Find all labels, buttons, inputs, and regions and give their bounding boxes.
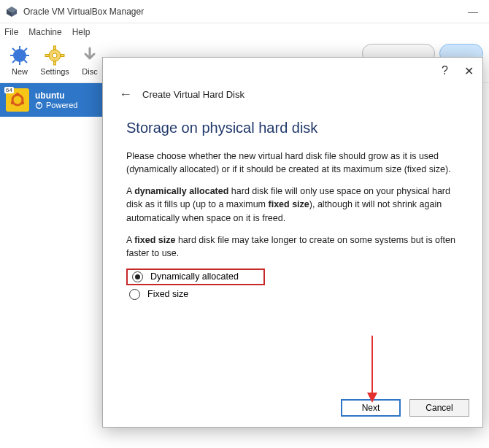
svg-line-11 bbox=[12, 60, 15, 63]
menu-bar: File Machine Help bbox=[0, 23, 489, 41]
next-button[interactable]: Next bbox=[341, 399, 401, 417]
toolbar-new-label: New bbox=[12, 67, 28, 76]
storage-type-group: Dynamically allocated Fixed size bbox=[126, 269, 459, 304]
svg-point-19 bbox=[16, 93, 19, 96]
dialog-header: ← Create Virtual Hard Disk bbox=[103, 84, 482, 112]
svg-point-13 bbox=[53, 53, 57, 58]
virtualbox-icon bbox=[6, 6, 18, 18]
dialog-title: Create Virtual Hard Disk bbox=[142, 89, 244, 100]
dialog-help-button[interactable]: ? bbox=[442, 64, 448, 77]
svg-line-8 bbox=[12, 48, 15, 51]
svg-point-21 bbox=[21, 101, 24, 104]
vm-os-icon: 64 bbox=[6, 88, 29, 112]
create-disk-dialog: ? ✕ ← Create Virtual Hard Disk Storage o… bbox=[102, 57, 483, 428]
toolbar-settings-label: Settings bbox=[40, 67, 69, 76]
menu-help[interactable]: Help bbox=[72, 27, 91, 37]
dialog-paragraph-1: Please choose whether the new virtual ha… bbox=[126, 150, 459, 176]
svg-point-20 bbox=[11, 101, 14, 104]
minimize-button[interactable]: — bbox=[463, 6, 483, 18]
toolbar-settings[interactable]: Settings bbox=[38, 44, 72, 76]
dialog-paragraph-2: A dynamically allocated hard disk file w… bbox=[126, 185, 459, 224]
vm-state: Powered bbox=[35, 101, 77, 109]
toolbar-new[interactable]: New bbox=[3, 44, 36, 76]
svg-rect-17 bbox=[61, 55, 64, 57]
dialog-titlebar: ? ✕ bbox=[103, 58, 482, 84]
svg-line-10 bbox=[24, 48, 27, 51]
toolbar-discard-label: Disc bbox=[82, 67, 97, 76]
radio-icon bbox=[129, 289, 140, 300]
svg-line-9 bbox=[24, 60, 27, 63]
power-icon bbox=[35, 101, 43, 109]
menu-file[interactable]: File bbox=[4, 27, 18, 37]
svg-rect-16 bbox=[45, 55, 49, 57]
gear-icon bbox=[45, 45, 65, 66]
dialog-heading: Storage on physical hard disk bbox=[126, 120, 459, 136]
radio-fixed-label: Fixed size bbox=[147, 289, 188, 299]
vm-name: ubuntu bbox=[35, 90, 77, 101]
starburst-icon bbox=[9, 45, 30, 66]
radio-dynamic-label: Dynamically allocated bbox=[150, 271, 239, 282]
radio-fixed[interactable]: Fixed size bbox=[126, 285, 459, 304]
vm-arch-badge: 64 bbox=[4, 87, 14, 93]
svg-point-18 bbox=[12, 95, 23, 105]
svg-rect-14 bbox=[54, 46, 56, 50]
radio-dynamic[interactable]: Dynamically allocated bbox=[126, 269, 265, 285]
dialog-close-button[interactable]: ✕ bbox=[464, 64, 474, 78]
radio-icon bbox=[132, 271, 143, 282]
window-title: Oracle VM VirtualBox Manager bbox=[23, 7, 463, 17]
dialog-body: Storage on physical hard disk Please cho… bbox=[103, 112, 482, 389]
window-titlebar: Oracle VM VirtualBox Manager — bbox=[0, 0, 489, 23]
cancel-button[interactable]: Cancel bbox=[409, 399, 469, 417]
menu-machine[interactable]: Machine bbox=[28, 27, 61, 37]
discard-icon bbox=[80, 45, 100, 66]
dialog-paragraph-3: A fixed size hard disk file may take lon… bbox=[126, 233, 459, 260]
svg-rect-15 bbox=[54, 61, 56, 65]
dialog-footer: Next Cancel bbox=[103, 389, 482, 427]
back-button[interactable]: ← bbox=[119, 87, 132, 102]
